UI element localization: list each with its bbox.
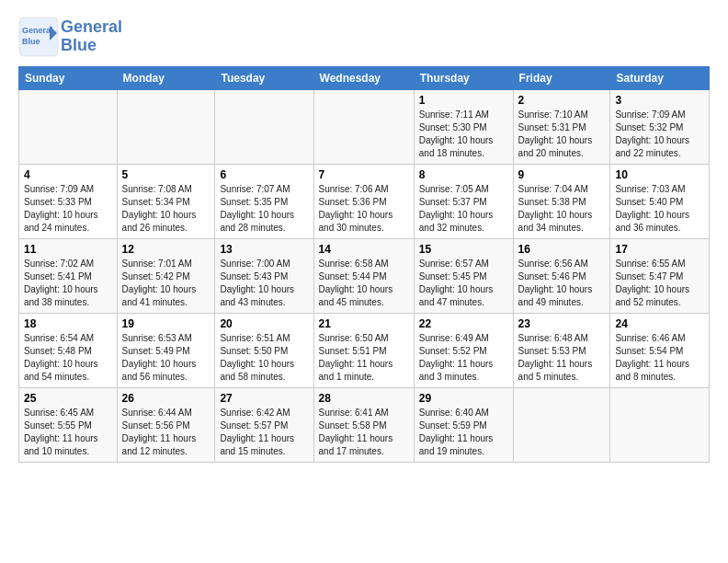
day-info: Sunrise: 7:11 AM Sunset: 5:30 PM Dayligh…	[419, 109, 508, 160]
calendar-cell: 12Sunrise: 7:01 AM Sunset: 5:42 PM Dayli…	[117, 239, 215, 314]
day-info: Sunrise: 6:58 AM Sunset: 5:44 PM Dayligh…	[319, 258, 409, 309]
calendar-cell: 3Sunrise: 7:09 AM Sunset: 5:32 PM Daylig…	[610, 90, 710, 165]
col-header-monday: Monday	[117, 67, 215, 90]
col-header-thursday: Thursday	[414, 67, 513, 90]
day-info: Sunrise: 6:53 AM Sunset: 5:49 PM Dayligh…	[122, 332, 210, 384]
col-header-tuesday: Tuesday	[215, 67, 313, 90]
calendar-cell: 9Sunrise: 7:04 AM Sunset: 5:38 PM Daylig…	[513, 165, 610, 239]
day-number: 19	[122, 317, 210, 330]
calendar-cell: 6Sunrise: 7:07 AM Sunset: 5:35 PM Daylig…	[215, 165, 313, 239]
day-info: Sunrise: 6:55 AM Sunset: 5:47 PM Dayligh…	[615, 258, 704, 309]
calendar-cell: 22Sunrise: 6:49 AM Sunset: 5:52 PM Dayli…	[414, 314, 513, 388]
calendar-cell: 25Sunrise: 6:45 AM Sunset: 5:55 PM Dayli…	[19, 388, 118, 463]
day-number: 2	[518, 94, 606, 107]
day-info: Sunrise: 7:03 AM Sunset: 5:40 PM Dayligh…	[615, 183, 704, 235]
day-number: 27	[220, 392, 308, 405]
calendar-cell: 15Sunrise: 6:57 AM Sunset: 5:45 PM Dayli…	[414, 239, 513, 314]
calendar-cell: 10Sunrise: 7:03 AM Sunset: 5:40 PM Dayli…	[610, 165, 710, 239]
day-number: 3	[615, 94, 704, 107]
calendar-cell: 13Sunrise: 7:00 AM Sunset: 5:43 PM Dayli…	[215, 239, 313, 314]
day-info: Sunrise: 7:00 AM Sunset: 5:43 PM Dayligh…	[220, 258, 308, 309]
day-number: 13	[220, 243, 308, 256]
col-header-saturday: Saturday	[610, 67, 710, 90]
day-number: 16	[518, 243, 606, 256]
calendar-cell: 4Sunrise: 7:09 AM Sunset: 5:33 PM Daylig…	[19, 165, 118, 239]
logo-text: GeneralBlue	[61, 18, 122, 55]
day-info: Sunrise: 6:54 AM Sunset: 5:48 PM Dayligh…	[24, 332, 112, 384]
day-info: Sunrise: 7:09 AM Sunset: 5:33 PM Dayligh…	[24, 183, 112, 235]
calendar-cell	[117, 90, 215, 165]
day-number: 11	[24, 243, 112, 256]
day-number: 26	[122, 392, 210, 405]
day-info: Sunrise: 7:08 AM Sunset: 5:34 PM Dayligh…	[122, 183, 210, 235]
calendar-cell: 21Sunrise: 6:50 AM Sunset: 5:51 PM Dayli…	[313, 314, 414, 388]
day-number: 10	[615, 168, 704, 181]
page: General Blue GeneralBlue SundayMondayTue…	[0, 0, 728, 472]
calendar-cell: 17Sunrise: 6:55 AM Sunset: 5:47 PM Dayli…	[610, 239, 710, 314]
header: General Blue GeneralBlue	[18, 17, 710, 57]
calendar-cell: 11Sunrise: 7:02 AM Sunset: 5:41 PM Dayli…	[19, 239, 118, 314]
day-info: Sunrise: 6:57 AM Sunset: 5:45 PM Dayligh…	[419, 258, 508, 309]
day-number: 20	[220, 317, 308, 330]
day-info: Sunrise: 6:40 AM Sunset: 5:59 PM Dayligh…	[419, 407, 508, 458]
calendar-cell	[313, 90, 414, 165]
day-number: 6	[220, 168, 308, 181]
day-info: Sunrise: 7:04 AM Sunset: 5:38 PM Dayligh…	[518, 183, 606, 235]
calendar-cell: 2Sunrise: 7:10 AM Sunset: 5:31 PM Daylig…	[513, 90, 610, 165]
day-number: 25	[24, 392, 112, 405]
col-header-wednesday: Wednesday	[313, 67, 414, 90]
day-info: Sunrise: 6:42 AM Sunset: 5:57 PM Dayligh…	[220, 407, 308, 458]
logo-icon: General Blue	[18, 17, 59, 57]
day-number: 14	[319, 243, 409, 256]
day-number: 7	[319, 168, 409, 181]
calendar-cell: 26Sunrise: 6:44 AM Sunset: 5:56 PM Dayli…	[117, 388, 215, 463]
day-number: 23	[518, 317, 606, 330]
calendar-cell: 14Sunrise: 6:58 AM Sunset: 5:44 PM Dayli…	[313, 239, 414, 314]
day-number: 29	[419, 392, 508, 405]
calendar-cell: 8Sunrise: 7:05 AM Sunset: 5:37 PM Daylig…	[414, 165, 513, 239]
day-info: Sunrise: 6:45 AM Sunset: 5:55 PM Dayligh…	[24, 407, 112, 458]
calendar-cell: 29Sunrise: 6:40 AM Sunset: 5:59 PM Dayli…	[414, 388, 513, 463]
calendar-cell: 19Sunrise: 6:53 AM Sunset: 5:49 PM Dayli…	[117, 314, 215, 388]
calendar-cell	[19, 90, 118, 165]
calendar-cell: 23Sunrise: 6:48 AM Sunset: 5:53 PM Dayli…	[513, 314, 610, 388]
calendar-cell: 5Sunrise: 7:08 AM Sunset: 5:34 PM Daylig…	[117, 165, 215, 239]
day-info: Sunrise: 7:06 AM Sunset: 5:36 PM Dayligh…	[319, 183, 409, 235]
calendar-cell: 24Sunrise: 6:46 AM Sunset: 5:54 PM Dayli…	[610, 314, 710, 388]
calendar-cell: 1Sunrise: 7:11 AM Sunset: 5:30 PM Daylig…	[414, 90, 513, 165]
day-info: Sunrise: 6:44 AM Sunset: 5:56 PM Dayligh…	[122, 407, 210, 458]
col-header-friday: Friday	[513, 67, 610, 90]
day-info: Sunrise: 6:50 AM Sunset: 5:51 PM Dayligh…	[319, 332, 409, 384]
week-row-5: 25Sunrise: 6:45 AM Sunset: 5:55 PM Dayli…	[19, 388, 710, 463]
calendar-cell	[215, 90, 313, 165]
day-info: Sunrise: 7:10 AM Sunset: 5:31 PM Dayligh…	[518, 109, 606, 160]
day-number: 21	[319, 317, 409, 330]
calendar-cell	[513, 388, 610, 463]
col-header-sunday: Sunday	[19, 67, 118, 90]
svg-text:General: General	[22, 26, 53, 35]
day-info: Sunrise: 6:48 AM Sunset: 5:53 PM Dayligh…	[518, 332, 606, 384]
week-row-3: 11Sunrise: 7:02 AM Sunset: 5:41 PM Dayli…	[19, 239, 710, 314]
calendar-cell: 27Sunrise: 6:42 AM Sunset: 5:57 PM Dayli…	[215, 388, 313, 463]
day-info: Sunrise: 7:09 AM Sunset: 5:32 PM Dayligh…	[615, 109, 704, 160]
day-number: 22	[419, 317, 508, 330]
day-number: 28	[319, 392, 409, 405]
day-info: Sunrise: 7:05 AM Sunset: 5:37 PM Dayligh…	[419, 183, 508, 235]
calendar-cell: 16Sunrise: 6:56 AM Sunset: 5:46 PM Dayli…	[513, 239, 610, 314]
day-info: Sunrise: 7:02 AM Sunset: 5:41 PM Dayligh…	[24, 258, 112, 309]
day-info: Sunrise: 6:56 AM Sunset: 5:46 PM Dayligh…	[518, 258, 606, 309]
day-number: 12	[122, 243, 210, 256]
day-info: Sunrise: 6:49 AM Sunset: 5:52 PM Dayligh…	[419, 332, 508, 384]
calendar-cell: 28Sunrise: 6:41 AM Sunset: 5:58 PM Dayli…	[313, 388, 414, 463]
day-number: 17	[615, 243, 704, 256]
week-row-4: 18Sunrise: 6:54 AM Sunset: 5:48 PM Dayli…	[19, 314, 710, 388]
calendar-header-row: SundayMondayTuesdayWednesdayThursdayFrid…	[19, 67, 710, 90]
day-number: 5	[122, 168, 210, 181]
day-info: Sunrise: 6:41 AM Sunset: 5:58 PM Dayligh…	[319, 407, 409, 458]
calendar-cell: 7Sunrise: 7:06 AM Sunset: 5:36 PM Daylig…	[313, 165, 414, 239]
day-number: 24	[615, 317, 704, 330]
logo: General Blue GeneralBlue	[18, 17, 122, 57]
calendar-cell: 20Sunrise: 6:51 AM Sunset: 5:50 PM Dayli…	[215, 314, 313, 388]
day-number: 4	[24, 168, 112, 181]
day-number: 8	[419, 168, 508, 181]
